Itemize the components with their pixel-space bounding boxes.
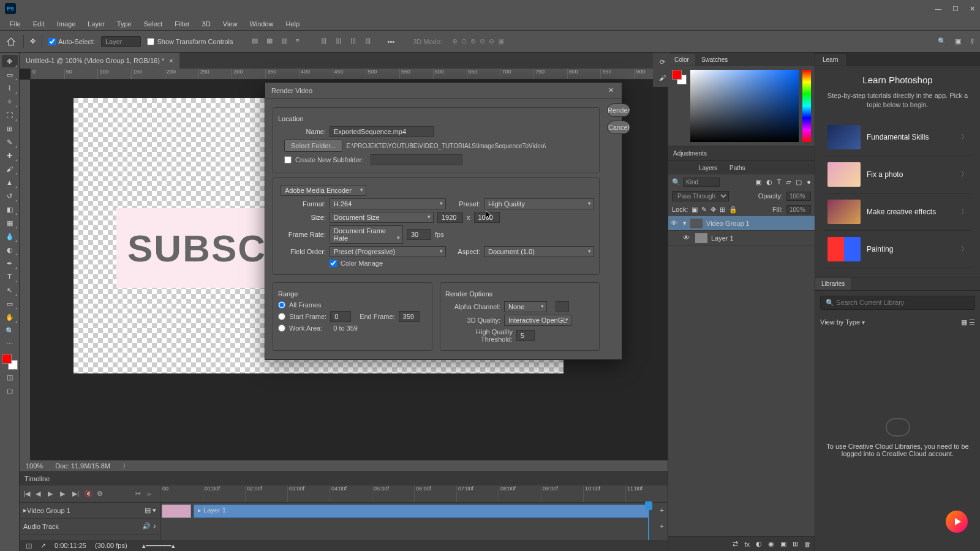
menu-help[interactable]: Help xyxy=(281,19,305,29)
menu-filter[interactable]: Filter xyxy=(170,19,194,29)
group-icon[interactable]: ▣ xyxy=(780,540,786,548)
learn-item[interactable]: Make creative effects〉 xyxy=(824,193,971,231)
adjustments-panel[interactable]: Adjustments xyxy=(668,146,815,160)
mask-icon[interactable]: ◐ xyxy=(756,540,762,548)
cancel-button[interactable]: Cancel xyxy=(607,121,630,134)
size-select[interactable]: Document Size xyxy=(330,212,434,223)
tab-color[interactable]: Color xyxy=(668,54,695,66)
select-folder-button[interactable]: Select Folder... xyxy=(284,140,342,152)
width-input[interactable] xyxy=(437,212,463,223)
tl-menu-icon[interactable]: ◫ xyxy=(26,542,32,550)
workspace-icon[interactable]: ▣ xyxy=(955,37,961,45)
next-frame-icon[interactable]: ▶ xyxy=(60,490,69,498)
new-layer-icon[interactable]: ⊞ xyxy=(793,540,798,548)
lasso-tool[interactable]: ⌇ xyxy=(2,82,18,94)
add-media-icon[interactable]: + xyxy=(660,506,664,514)
hand-tool[interactable]: ✋ xyxy=(2,311,18,323)
tab-swatches[interactable]: Swatches xyxy=(695,54,734,66)
distribute-icon[interactable]: ||| xyxy=(366,37,375,47)
opacity-input[interactable] xyxy=(786,192,811,201)
layer-row-group[interactable]: 👁 ▾ Video Group 1 xyxy=(668,216,815,231)
clip-layer1[interactable]: ▸ Layer 1 xyxy=(194,504,649,518)
minimize-button[interactable]: — xyxy=(935,5,941,13)
color-field[interactable] xyxy=(690,70,799,142)
create-subfolder-checkbox[interactable] xyxy=(284,156,292,163)
filter-type-icon[interactable]: T xyxy=(777,178,782,186)
height-input[interactable] xyxy=(474,212,500,223)
tab-paths[interactable]: Paths xyxy=(723,162,752,174)
filter-toggle-icon[interactable]: ● xyxy=(807,178,811,186)
learn-item[interactable]: Fix a photo〉 xyxy=(824,156,971,193)
screenmode-tool[interactable]: ▢ xyxy=(2,384,18,397)
add-audio-icon[interactable]: + xyxy=(660,522,664,530)
marquee-tool[interactable]: ▭ xyxy=(2,69,18,81)
color-swatches[interactable] xyxy=(2,354,18,370)
shape-tool[interactable]: ▭ xyxy=(2,298,18,310)
subfolder-input[interactable] xyxy=(371,154,462,165)
aspect-select[interactable]: Document (1.0) xyxy=(484,246,594,257)
render-button[interactable]: Render xyxy=(607,103,630,117)
timeline-tab[interactable]: Timeline xyxy=(24,475,50,482)
3d-quality-select[interactable]: Interactive OpenGL xyxy=(504,315,571,326)
menu-type[interactable]: Type xyxy=(112,19,137,29)
close-tab-icon[interactable]: × xyxy=(169,57,173,64)
tab-layers[interactable]: Layers xyxy=(693,162,723,174)
fx-icon[interactable]: fx xyxy=(744,541,750,548)
healing-tool[interactable]: ✚ xyxy=(2,149,18,162)
color-manage-checkbox[interactable] xyxy=(330,260,337,267)
layer-row-1[interactable]: 👁 Layer 1 xyxy=(668,231,815,246)
search-icon[interactable]: 🔍 xyxy=(938,37,946,45)
close-window-button[interactable]: ✕ xyxy=(970,5,975,13)
menu-file[interactable]: File xyxy=(5,19,26,29)
menu-layer[interactable]: Layer xyxy=(83,19,110,29)
share-icon[interactable]: ⇪ xyxy=(970,37,975,45)
tab-learn[interactable]: Learn xyxy=(815,54,846,66)
visibility-icon[interactable]: 👁 xyxy=(671,219,679,228)
path-tool[interactable]: ↖ xyxy=(2,284,18,296)
lock-icon[interactable]: ▣ xyxy=(692,206,698,214)
settings-icon[interactable]: ⚙ xyxy=(97,490,105,498)
history-brush-tool[interactable]: ↺ xyxy=(2,190,18,202)
menu-view[interactable]: View xyxy=(218,19,243,29)
encoder-select[interactable]: Adobe Media Encoder xyxy=(281,185,366,196)
adj-layer-icon[interactable]: ◉ xyxy=(768,540,774,548)
library-search[interactable]: 🔍 Search Current Library xyxy=(820,296,975,310)
timeline-track-area[interactable]: ▸ Layer 1 + + xyxy=(160,503,668,540)
zoom-level[interactable]: 100% xyxy=(26,462,43,470)
menu-image[interactable]: Image xyxy=(52,19,81,29)
eraser-tool[interactable]: ◧ xyxy=(2,203,18,216)
maximize-button[interactable]: ☐ xyxy=(952,5,959,13)
more-icon[interactable]: ••• xyxy=(388,38,395,45)
show-transform-checkbox[interactable]: Show Transform Controls xyxy=(147,38,233,45)
blend-mode-select[interactable]: Pass Through xyxy=(672,191,729,201)
timeline-ruler[interactable]: 0001:00f02:00f03:00f04:00f05:00f06:00f07… xyxy=(160,485,668,503)
align-icon[interactable]: ≡ xyxy=(296,37,306,47)
field-order-select[interactable]: Preset (Progressive) xyxy=(330,246,446,257)
link-icon[interactable]: ⇄ xyxy=(733,540,738,548)
start-frame-input[interactable] xyxy=(330,311,351,322)
blur-tool[interactable]: 💧 xyxy=(2,230,18,242)
distribute-icon[interactable]: ||| xyxy=(322,37,331,47)
tab-libraries[interactable]: Libraries xyxy=(815,278,851,290)
move-tool[interactable]: ✥ xyxy=(2,55,18,67)
gradient-tool[interactable]: ▦ xyxy=(2,217,18,229)
goto-end-icon[interactable]: ▶| xyxy=(72,490,81,498)
learn-item[interactable]: Painting〉 xyxy=(824,231,971,268)
prev-frame-icon[interactable]: ◀ xyxy=(36,490,44,498)
lock-icon[interactable]: ✥ xyxy=(710,206,716,214)
pen-tool[interactable]: ✒ xyxy=(2,257,18,269)
clip-thumbnail[interactable] xyxy=(162,504,191,518)
delete-icon[interactable]: 🗑 xyxy=(804,541,811,548)
goto-start-icon[interactable]: |◀ xyxy=(23,490,32,498)
frame-tool[interactable]: ⊞ xyxy=(2,122,18,135)
audio-track[interactable]: Audio Track 🔊 ♪ xyxy=(20,519,160,534)
quickmask-tool[interactable]: ◫ xyxy=(2,371,18,383)
hue-slider[interactable] xyxy=(802,70,811,142)
framerate-select[interactable]: Document Frame Rate xyxy=(330,225,403,244)
playhead[interactable] xyxy=(648,503,649,540)
tl-arrow-icon[interactable]: ↗ xyxy=(40,542,46,550)
status-chevron-icon[interactable]: 〉 xyxy=(123,462,129,471)
layer-filter-input[interactable] xyxy=(683,178,720,187)
filter-adj-icon[interactable]: ◐ xyxy=(766,178,772,186)
mute-icon[interactable]: 🔇 xyxy=(85,490,93,498)
